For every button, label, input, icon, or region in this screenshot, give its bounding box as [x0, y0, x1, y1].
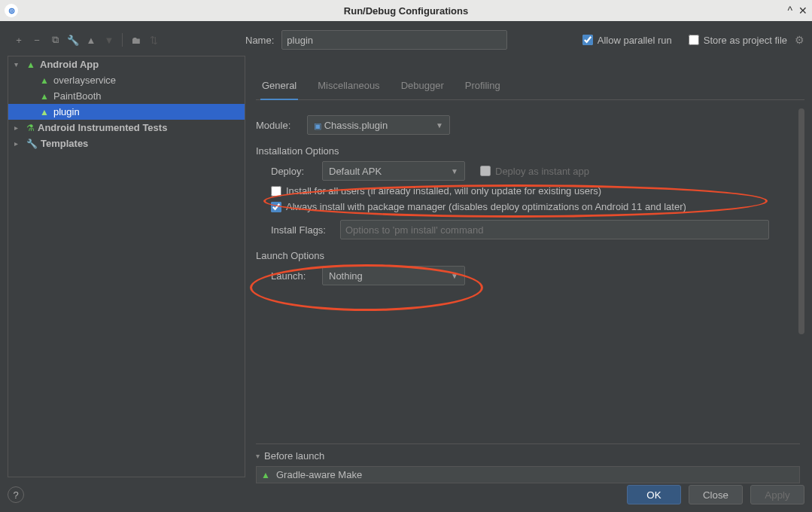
before-launch-header[interactable]: ▾ Before launch: [256, 450, 800, 462]
chevron-right-icon: ▸: [14, 123, 23, 132]
android-icon: ▲: [40, 107, 50, 117]
tab-general[interactable]: General: [260, 75, 298, 100]
tabs: General Miscellaneous Debugger Profiling: [256, 75, 804, 100]
launch-label: Launch:: [271, 270, 313, 282]
folder-button[interactable]: 🖿: [129, 35, 142, 46]
folder-icon: ▣: [314, 121, 321, 130]
android-icon: ▲: [26, 59, 37, 70]
tree-item-instrumented[interactable]: ▸ ⚗ Android Instrumented Tests: [8, 120, 245, 136]
window-title: Run/Debug Configurations: [344, 5, 468, 17]
install-flags-label: Install Flags:: [271, 224, 331, 236]
deploy-instant-checkbox: Deploy as instant app: [480, 166, 589, 177]
apply-button[interactable]: Apply: [750, 485, 804, 504]
chevron-down-icon: ▾: [14, 60, 23, 69]
deploy-label: Deploy:: [271, 166, 313, 177]
tree-item-android-app[interactable]: ▾ ▲ Android App: [8, 56, 245, 72]
chevron-right-icon: ▸: [14, 139, 23, 148]
remove-button[interactable]: −: [30, 35, 44, 46]
chevron-down-icon: ▾: [256, 452, 260, 460]
launch-dropdown[interactable]: Nothing ▼: [322, 266, 465, 285]
android-icon: ▲: [261, 470, 272, 480]
window-up-icon[interactable]: ^: [787, 5, 792, 17]
tree-toolbar: + − ⧉ 🔧 ▲ ▼ 🖿 ⇅: [8, 33, 241, 47]
add-button[interactable]: +: [12, 35, 26, 46]
wrench-icon: 🔧: [26, 139, 38, 149]
help-button[interactable]: ?: [8, 486, 24, 503]
allow-parallel-checkbox[interactable]: Allow parallel run: [582, 35, 672, 46]
install-section-title: Installation Options: [256, 145, 800, 157]
chevron-down-icon: ▼: [436, 121, 443, 130]
close-button[interactable]: Close: [689, 485, 743, 504]
ok-button[interactable]: OK: [627, 485, 681, 504]
chevron-down-icon: ▼: [451, 167, 458, 175]
title-bar: ⊚ Run/Debug Configurations ^ ✕: [0, 0, 812, 21]
sort-button[interactable]: ⇅: [147, 35, 160, 46]
down-button[interactable]: ▼: [102, 35, 116, 46]
config-tree[interactable]: ▾ ▲ Android App ▲ overlayservice ▲ Paint…: [8, 56, 245, 477]
copy-button[interactable]: ⧉: [48, 34, 62, 46]
gear-icon[interactable]: ⚙: [795, 34, 804, 46]
android-icon: ▲: [40, 75, 50, 86]
module-label: Module:: [256, 120, 298, 131]
tab-profiling[interactable]: Profiling: [464, 75, 502, 99]
app-icon: ⊚: [5, 4, 18, 17]
tree-item-paintbooth[interactable]: ▲ PaintBooth: [8, 88, 245, 104]
wrench-button[interactable]: 🔧: [66, 35, 80, 46]
tree-item-plugin[interactable]: ▲ plugin: [8, 104, 245, 120]
always-pm-checkbox[interactable]: Always install with package manager (dis…: [271, 201, 686, 212]
gradle-make-row[interactable]: ▲ Gradle-aware Make: [256, 466, 800, 483]
config-panel: General Miscellaneous Debugger Profiling…: [248, 56, 804, 477]
android-icon: ▲: [40, 91, 50, 102]
up-button[interactable]: ▲: [84, 35, 98, 46]
tab-debugger[interactable]: Debugger: [400, 75, 446, 99]
tree-item-templates[interactable]: ▸ 🔧 Templates: [8, 136, 245, 151]
tab-miscellaneous[interactable]: Miscellaneous: [316, 75, 381, 99]
store-project-checkbox[interactable]: Store as project file: [689, 35, 787, 46]
flask-icon: ⚗: [26, 123, 35, 133]
install-flags-input[interactable]: [340, 220, 769, 239]
tree-item-overlayservice[interactable]: ▲ overlayservice: [8, 72, 245, 88]
window-close-icon[interactable]: ✕: [798, 5, 807, 17]
name-label: Name:: [245, 35, 274, 46]
module-dropdown[interactable]: ▣ Chassis.plugin ▼: [307, 115, 450, 135]
chevron-down-icon: ▼: [451, 272, 458, 280]
install-all-users-checkbox[interactable]: Install for all users (if already instal…: [271, 185, 601, 197]
deploy-dropdown[interactable]: Default APK ▼: [322, 161, 465, 181]
launch-section-title: Launch Options: [256, 250, 800, 261]
name-input[interactable]: [281, 30, 507, 50]
